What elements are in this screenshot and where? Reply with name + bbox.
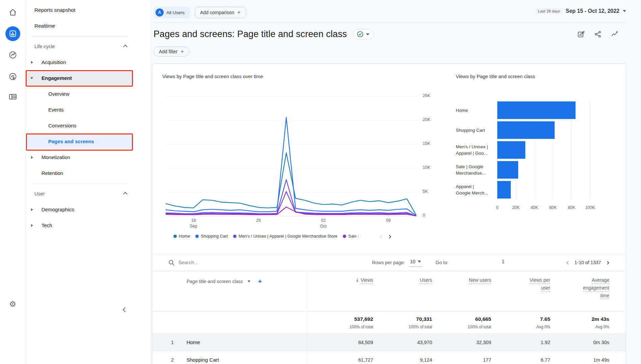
- advertising-icon[interactable]: [0, 72, 25, 81]
- reports-nav-sidebar: Reports snapshotRealtimeLife cycleAcquis…: [25, 0, 150, 364]
- legend-label: Home: [179, 234, 190, 239]
- home-icon[interactable]: [0, 8, 25, 17]
- collapse-nav-button[interactable]: [119, 305, 129, 315]
- sidebar-item-pages-and-screens[interactable]: Pages and screens: [25, 133, 150, 149]
- settings-gear-icon[interactable]: ⚙: [0, 300, 25, 308]
- bar-x-axis-tick: 100K: [583, 205, 597, 210]
- table-column-divider: [307, 271, 308, 364]
- table-search-input[interactable]: [178, 260, 280, 265]
- column-header-average-engagement-time[interactable]: Averageengagementtime: [550, 277, 609, 301]
- x-axis-tick: 02Oct: [313, 218, 334, 229]
- bar-chart-x-axis: 020K40K60K80K100K: [497, 205, 598, 212]
- sidebar-item-label: Acquisition: [41, 59, 66, 65]
- all-users-segment-pill[interactable]: A All Users: [154, 7, 190, 18]
- line-series-item: [166, 207, 416, 216]
- line-chart-title: Views by Page title and screen class ove…: [162, 74, 263, 79]
- sidebar-item-label: Pages and screens: [48, 139, 94, 144]
- table-totals-row: 537,692100% of total70,331100% of total6…: [152, 311, 626, 333]
- chevron-up-icon[interactable]: [123, 44, 128, 49]
- sidebar-item-label: Life cycle: [34, 44, 55, 49]
- legend-label: Men's / Unisex | Apparel | Google Mercha…: [239, 234, 337, 239]
- sidebar-item-events[interactable]: Events: [25, 102, 150, 118]
- row-value: 6.77: [491, 357, 550, 363]
- legend-dot: [173, 235, 177, 238]
- column-header-users[interactable]: Users: [373, 277, 432, 285]
- bar-x-axis-tick: 80K: [564, 205, 579, 210]
- row-index: 2: [152, 357, 187, 363]
- sidebar-item-monetization[interactable]: Monetization: [25, 149, 150, 165]
- sidebar-item-tech[interactable]: Tech: [25, 217, 150, 233]
- sidebar-item-retention[interactable]: Retention: [25, 165, 150, 181]
- bar-men-s-unisex: [497, 141, 525, 159]
- bar-chart-plot[interactable]: [497, 101, 590, 199]
- customize-report-icon[interactable]: [577, 30, 585, 38]
- explore-icon[interactable]: [0, 51, 25, 59]
- legend-label: Sale | G: [348, 234, 362, 239]
- sidebar-item-engagement[interactable]: Engagement: [25, 70, 150, 86]
- add-filter-button[interactable]: Add filter +: [154, 47, 189, 57]
- data-quality-dropdown[interactable]: [353, 29, 373, 39]
- date-range-selector[interactable]: Last 28 days Sep 15 - Oct 12, 2022: [536, 8, 626, 14]
- next-page-icon[interactable]: ›: [606, 260, 610, 265]
- bar-x-axis-tick: 20K: [508, 205, 523, 210]
- bar-x-axis-tick: 40K: [527, 205, 542, 210]
- sidebar-item-label: Engagement: [41, 75, 72, 81]
- column-header-views[interactable]: ↓Views: [307, 277, 373, 285]
- legend-next-icon[interactable]: ›: [388, 233, 392, 239]
- sidebar-item-label: Monetization: [41, 154, 70, 160]
- page-title: Pages and screens: Page title and screen…: [154, 29, 347, 39]
- go-to-label: Go to:: [436, 260, 448, 265]
- legend-label: Shopping Cart: [201, 234, 228, 239]
- caret-down-icon: [623, 10, 626, 12]
- report-card: Views by Page title and screen class ove…: [152, 63, 626, 364]
- library-icon[interactable]: [0, 93, 25, 100]
- row-value: 1m 49s: [550, 357, 609, 363]
- table-toolbar: Rows per page: 10 Go to: ‹ 1-10 of 1337 …: [152, 254, 626, 271]
- sidebar-item-conversions[interactable]: Conversions: [25, 118, 150, 133]
- plus-icon: +: [237, 9, 241, 16]
- sidebar-item-demographics[interactable]: Demographics: [25, 202, 150, 217]
- sidebar-item-user[interactable]: User: [25, 186, 150, 202]
- sidebar-item-label: User: [34, 191, 45, 196]
- chevron-up-icon[interactable]: [123, 192, 128, 196]
- header-divider: [154, 22, 626, 23]
- x-axis-tick: 25: [248, 218, 269, 223]
- bar-category-label: Shopping Cart: [456, 121, 495, 139]
- sidebar-item-label: Tech: [41, 222, 52, 228]
- caret-down-icon: [418, 261, 421, 263]
- rows-per-page-select[interactable]: 10: [409, 258, 422, 267]
- bar-category-label: Men's / Unisex |Apparel | Goo...: [456, 141, 495, 159]
- bar-category-label: Sale | GoogleMerchandise...: [456, 161, 495, 179]
- bar-shopping-cart: [497, 121, 555, 139]
- bar-x-axis-tick: 60K: [546, 205, 560, 210]
- insights-icon[interactable]: [611, 30, 619, 38]
- pagination-status: 1-10 of 1337: [575, 260, 601, 265]
- add-column-button[interactable]: +: [258, 277, 262, 285]
- sidebar-item-overview[interactable]: Overview: [25, 86, 150, 102]
- previous-page-icon[interactable]: ‹: [566, 260, 569, 265]
- column-header-new-users[interactable]: New users: [432, 277, 491, 285]
- views-over-time-line-chart[interactable]: [159, 88, 422, 223]
- sidebar-item-acquisition[interactable]: Acquisition: [25, 54, 150, 70]
- dimension-header-label: Page title and screen class: [187, 279, 243, 284]
- x-axis-tick: 18Sep: [184, 218, 204, 229]
- sidebar-item-realtime[interactable]: Realtime: [25, 18, 150, 34]
- dimension-header[interactable]: Page title and screen class+: [187, 277, 307, 285]
- legend-previous-icon[interactable]: ‹: [379, 233, 383, 239]
- expand-right-icon: [31, 224, 33, 227]
- add-filter-label: Add filter: [159, 49, 177, 54]
- row-value: 32,309: [432, 340, 491, 345]
- sidebar-item-life-cycle[interactable]: Life cycle: [25, 38, 150, 54]
- column-header-views-per-user[interactable]: Views peruser: [491, 277, 550, 293]
- sidebar-item-reports-snapshot[interactable]: Reports snapshot: [25, 2, 150, 18]
- x-axis-tick: 09: [378, 218, 398, 223]
- add-comparison-button[interactable]: Add comparison +: [195, 7, 246, 18]
- go-to-page-input[interactable]: [452, 259, 554, 266]
- y-axis-tick: 0: [423, 213, 440, 218]
- report-actions: [577, 30, 619, 38]
- share-icon[interactable]: [594, 30, 602, 38]
- sidebar-item-label: Reports snapshot: [34, 7, 76, 13]
- sidebar-item-label: Overview: [48, 91, 69, 97]
- row-value: 61,727: [307, 357, 373, 363]
- reports-icon[interactable]: [0, 26, 25, 41]
